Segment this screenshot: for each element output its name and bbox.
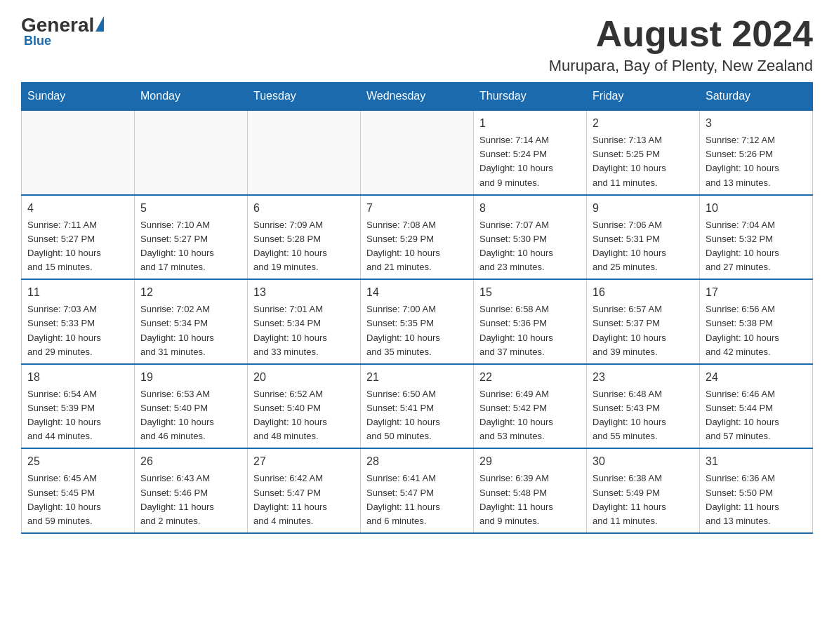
calendar-cell: 2Sunrise: 7:13 AM Sunset: 5:25 PM Daylig… [587,110,700,195]
day-number: 19 [140,369,241,386]
calendar-week-row: 18Sunrise: 6:54 AM Sunset: 5:39 PM Dayli… [22,364,813,449]
day-number: 25 [27,453,128,470]
day-info: Sunrise: 7:02 AM Sunset: 5:34 PM Dayligh… [140,302,241,359]
day-info: Sunrise: 6:48 AM Sunset: 5:43 PM Dayligh… [593,387,694,444]
calendar-cell: 15Sunrise: 6:58 AM Sunset: 5:36 PM Dayli… [474,279,587,364]
day-number: 14 [366,284,468,301]
day-info: Sunrise: 6:39 AM Sunset: 5:48 PM Dayligh… [479,471,581,528]
day-info: Sunrise: 6:49 AM Sunset: 5:42 PM Dayligh… [479,387,581,444]
day-info: Sunrise: 7:07 AM Sunset: 5:30 PM Dayligh… [479,218,581,275]
calendar-cell: 14Sunrise: 7:00 AM Sunset: 5:35 PM Dayli… [361,279,474,364]
day-number: 29 [479,453,581,470]
day-info: Sunrise: 7:09 AM Sunset: 5:28 PM Dayligh… [253,218,355,275]
day-number: 1 [479,115,581,132]
day-number: 31 [706,453,807,470]
calendar-cell: 17Sunrise: 6:56 AM Sunset: 5:38 PM Dayli… [700,279,813,364]
calendar-cell: 26Sunrise: 6:43 AM Sunset: 5:46 PM Dayli… [135,448,248,533]
calendar-cell: 10Sunrise: 7:04 AM Sunset: 5:32 PM Dayli… [700,195,813,280]
day-number: 12 [140,284,241,301]
weekday-header-monday: Monday [135,83,248,111]
day-info: Sunrise: 6:58 AM Sunset: 5:36 PM Dayligh… [479,302,581,359]
weekday-header-tuesday: Tuesday [248,83,361,111]
day-info: Sunrise: 6:38 AM Sunset: 5:49 PM Dayligh… [593,471,694,528]
calendar-cell [248,110,361,195]
month-title: August 2024 [549,14,813,54]
calendar-cell [361,110,474,195]
weekday-header-sunday: Sunday [22,83,135,111]
day-info: Sunrise: 7:01 AM Sunset: 5:34 PM Dayligh… [253,302,355,359]
calendar-week-row: 25Sunrise: 6:45 AM Sunset: 5:45 PM Dayli… [22,448,813,533]
calendar-cell: 1Sunrise: 7:14 AM Sunset: 5:24 PM Daylig… [474,110,587,195]
day-info: Sunrise: 7:12 AM Sunset: 5:26 PM Dayligh… [706,133,807,190]
day-info: Sunrise: 7:11 AM Sunset: 5:27 PM Dayligh… [27,218,128,275]
day-number: 18 [27,369,128,386]
day-number: 17 [706,284,807,301]
calendar-cell: 9Sunrise: 7:06 AM Sunset: 5:31 PM Daylig… [587,195,700,280]
day-number: 6 [253,200,355,217]
day-number: 27 [253,453,355,470]
calendar-cell: 20Sunrise: 6:52 AM Sunset: 5:40 PM Dayli… [248,364,361,449]
day-number: 10 [706,200,807,217]
weekday-header-thursday: Thursday [474,83,587,111]
day-number: 21 [366,369,468,386]
calendar-cell: 25Sunrise: 6:45 AM Sunset: 5:45 PM Dayli… [22,448,135,533]
calendar-cell: 22Sunrise: 6:49 AM Sunset: 5:42 PM Dayli… [474,364,587,449]
day-info: Sunrise: 7:13 AM Sunset: 5:25 PM Dayligh… [593,133,694,190]
calendar-cell [22,110,135,195]
calendar-cell: 21Sunrise: 6:50 AM Sunset: 5:41 PM Dayli… [361,364,474,449]
calendar-cell: 27Sunrise: 6:42 AM Sunset: 5:47 PM Dayli… [248,448,361,533]
calendar-table: SundayMondayTuesdayWednesdayThursdayFrid… [21,82,813,534]
page-header: General Blue August 2024 Murupara, Bay o… [21,14,813,75]
day-info: Sunrise: 7:00 AM Sunset: 5:35 PM Dayligh… [366,302,468,359]
day-number: 26 [140,453,241,470]
day-info: Sunrise: 6:42 AM Sunset: 5:47 PM Dayligh… [253,471,355,528]
day-number: 3 [706,115,807,132]
logo: General Blue [21,14,104,48]
day-info: Sunrise: 7:06 AM Sunset: 5:31 PM Dayligh… [593,218,694,275]
day-number: 24 [706,369,807,386]
weekday-header-saturday: Saturday [700,83,813,111]
day-number: 28 [366,453,468,470]
day-number: 16 [593,284,694,301]
calendar-cell: 30Sunrise: 6:38 AM Sunset: 5:49 PM Dayli… [587,448,700,533]
day-number: 22 [479,369,581,386]
calendar-cell: 28Sunrise: 6:41 AM Sunset: 5:47 PM Dayli… [361,448,474,533]
calendar-cell: 23Sunrise: 6:48 AM Sunset: 5:43 PM Dayli… [587,364,700,449]
day-info: Sunrise: 7:03 AM Sunset: 5:33 PM Dayligh… [27,302,128,359]
day-info: Sunrise: 6:46 AM Sunset: 5:44 PM Dayligh… [706,387,807,444]
location-title: Murupara, Bay of Plenty, New Zealand [549,57,813,75]
day-number: 20 [253,369,355,386]
calendar-cell: 31Sunrise: 6:36 AM Sunset: 5:50 PM Dayli… [700,448,813,533]
day-number: 2 [593,115,694,132]
calendar-week-row: 11Sunrise: 7:03 AM Sunset: 5:33 PM Dayli… [22,279,813,364]
calendar-cell: 19Sunrise: 6:53 AM Sunset: 5:40 PM Dayli… [135,364,248,449]
day-info: Sunrise: 6:54 AM Sunset: 5:39 PM Dayligh… [27,387,128,444]
day-number: 13 [253,284,355,301]
calendar-cell: 13Sunrise: 7:01 AM Sunset: 5:34 PM Dayli… [248,279,361,364]
calendar-week-row: 4Sunrise: 7:11 AM Sunset: 5:27 PM Daylig… [22,195,813,280]
day-number: 11 [27,284,128,301]
logo-triangle-icon [95,16,104,32]
day-info: Sunrise: 6:45 AM Sunset: 5:45 PM Dayligh… [27,471,128,528]
logo-blue: Blue [24,34,51,48]
calendar-cell: 4Sunrise: 7:11 AM Sunset: 5:27 PM Daylig… [22,195,135,280]
calendar-cell [135,110,248,195]
calendar-cell: 18Sunrise: 6:54 AM Sunset: 5:39 PM Dayli… [22,364,135,449]
day-number: 4 [27,200,128,217]
calendar-cell: 6Sunrise: 7:09 AM Sunset: 5:28 PM Daylig… [248,195,361,280]
calendar-cell: 16Sunrise: 6:57 AM Sunset: 5:37 PM Dayli… [587,279,700,364]
day-info: Sunrise: 6:41 AM Sunset: 5:47 PM Dayligh… [366,471,468,528]
weekday-header-wednesday: Wednesday [361,83,474,111]
day-number: 5 [140,200,241,217]
day-number: 30 [593,453,694,470]
day-info: Sunrise: 6:53 AM Sunset: 5:40 PM Dayligh… [140,387,241,444]
day-info: Sunrise: 6:36 AM Sunset: 5:50 PM Dayligh… [706,471,807,528]
day-number: 23 [593,369,694,386]
calendar-cell: 8Sunrise: 7:07 AM Sunset: 5:30 PM Daylig… [474,195,587,280]
calendar-cell: 29Sunrise: 6:39 AM Sunset: 5:48 PM Dayli… [474,448,587,533]
day-info: Sunrise: 6:57 AM Sunset: 5:37 PM Dayligh… [593,302,694,359]
day-info: Sunrise: 7:14 AM Sunset: 5:24 PM Dayligh… [479,133,581,190]
title-area: August 2024 Murupara, Bay of Plenty, New… [549,14,813,75]
calendar-week-row: 1Sunrise: 7:14 AM Sunset: 5:24 PM Daylig… [22,110,813,195]
day-number: 15 [479,284,581,301]
